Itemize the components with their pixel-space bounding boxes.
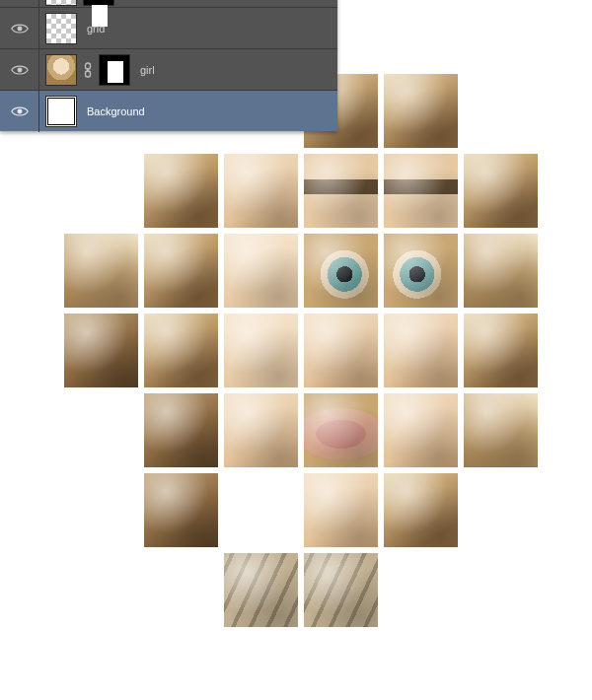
mosaic-tile [304,553,378,627]
mosaic-tile [384,473,458,547]
mosaic-tile [464,234,538,308]
mosaic-tile [144,393,218,467]
mosaic-tile [144,473,218,547]
mosaic-tile [144,154,218,228]
layer-row[interactable]: Background [0,90,337,131]
visibility-toggle[interactable] [0,8,39,49]
mosaic-tile [304,234,378,308]
mosaic-tile [304,473,378,547]
layer-thumbnail[interactable] [45,96,77,127]
mosaic-tile [464,314,538,387]
eye-icon [11,64,29,76]
layer-link-icon[interactable] [83,62,93,78]
mosaic-tile [144,234,218,308]
mosaic-tile [304,393,378,467]
eye-icon [11,105,29,117]
layer-row[interactable]: grid [0,7,337,48]
mosaic-tile [384,314,458,387]
mosaic-tile [144,314,218,387]
mosaic-tile [384,234,458,308]
mosaic-tile [224,154,298,228]
layer-name[interactable]: Background [83,105,145,117]
mosaic-tile [304,314,378,387]
svg-point-1 [17,67,22,72]
layer-row[interactable]: girl [0,48,337,90]
mosaic-tile [384,154,458,228]
layers-panel[interactable]: grid girl [0,0,337,131]
mosaic-tile [224,314,298,387]
layer-name[interactable]: girl [136,64,155,76]
eye-icon [11,23,29,35]
mosaic-tile [224,553,298,627]
layer-mask-thumbnail[interactable] [83,0,114,6]
visibility-toggle[interactable] [0,0,39,8]
mosaic-tile [304,154,378,228]
svg-point-5 [17,108,22,113]
mosaic-tile [464,393,538,467]
mosaic-tile [224,393,298,467]
mosaic-tile [384,74,458,148]
layer-thumbnail[interactable] [45,54,77,86]
visibility-toggle[interactable] [0,49,39,91]
mosaic-tile [64,314,138,387]
svg-point-0 [17,26,22,31]
mosaic-tile [64,234,138,308]
visibility-toggle[interactable] [0,91,39,132]
mosaic-tile [464,154,538,228]
mosaic-tile [224,234,298,308]
layer-row[interactable] [0,0,337,7]
layer-mask-thumbnail[interactable] [99,54,130,86]
layer-thumbnail[interactable] [45,0,77,6]
mosaic-tile [384,393,458,467]
layer-thumbnail[interactable] [45,13,77,44]
